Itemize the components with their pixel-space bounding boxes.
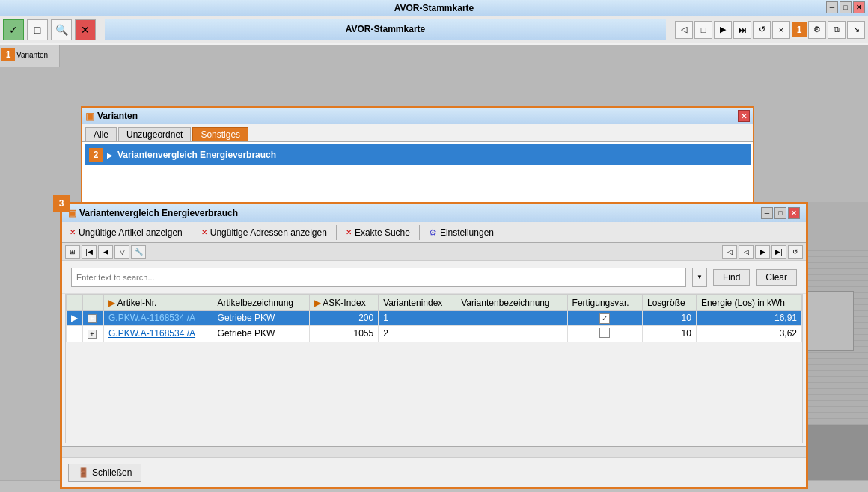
- row2-bezeichnung: Getriebe PKW: [213, 325, 309, 342]
- divider-3: [419, 225, 420, 240]
- page-button[interactable]: □: [27, 19, 48, 40]
- app-title: AVOR-Stammkarte: [394, 3, 474, 13]
- nav-first-btn[interactable]: |◀: [82, 245, 97, 259]
- comp-bottom: 🚪 Schließen: [62, 457, 806, 487]
- col-losgroesse[interactable]: Losgröße: [643, 295, 697, 311]
- comp-close-btn[interactable]: ✕: [788, 207, 800, 219]
- find-button[interactable]: Find: [713, 269, 750, 286]
- step-badge-varianten: 1: [1, 48, 15, 61]
- selected-varianten-row: 2 ▶ Variantenvergleich Energieverbrauch: [85, 144, 751, 165]
- clear-button[interactable]: Clear: [756, 269, 797, 286]
- nav-prev-btn[interactable]: ◁: [675, 21, 693, 39]
- nav-toolbar: ⊞ |◀ ◀ ▽ 🔧 ◁ ◁ ▶ ▶| ↺: [62, 243, 806, 261]
- divider-2: [336, 225, 337, 240]
- comparison-window: 3 ▣ Variantenvergleich Energieverbrauch …: [60, 202, 808, 489]
- maximize-btn[interactable]: □: [840, 1, 852, 13]
- row2-energie: 3,62: [696, 325, 801, 342]
- settings-btn[interactable]: ⚙: [808, 21, 826, 39]
- nav-page-btn[interactable]: □: [694, 21, 712, 39]
- row1-expand[interactable]: +: [83, 311, 104, 326]
- comp-maximize-btn[interactable]: □: [774, 207, 786, 219]
- search-dropdown[interactable]: ▼: [692, 268, 707, 287]
- nav-tools-btn[interactable]: 🔧: [131, 245, 146, 259]
- copy-btn[interactable]: ⧉: [828, 21, 846, 39]
- table-row[interactable]: ▶ + G.PKW.A-1168534 /A Getriebe PKW 200 …: [67, 311, 802, 326]
- main-window-title: AVOR-Stammkarte: [346, 24, 425, 34]
- col-energie[interactable]: Energie (Los) in kWh: [696, 295, 801, 311]
- divider-1: [192, 225, 192, 240]
- row2-expand[interactable]: +: [83, 325, 104, 342]
- nav-play2[interactable]: ▶: [755, 245, 770, 259]
- search-row: ▼ Find Clear: [62, 261, 806, 294]
- nav-grid-btn[interactable]: ⊞: [65, 245, 80, 259]
- search-button[interactable]: 🔍: [51, 19, 72, 40]
- row1-arrow: ▶: [67, 311, 83, 326]
- varianten-tabs: Alle Unzugeordnet Sonstiges: [82, 124, 753, 142]
- col-varianten-index[interactable]: Variantenindex: [379, 295, 456, 311]
- nav-refresh-btn[interactable]: ↺: [753, 21, 771, 39]
- col-artikel-nr[interactable]: ▶ Artikel-Nr.: [104, 295, 213, 311]
- col-ask-index[interactable]: ▶ ASK-Index: [309, 295, 379, 311]
- step-badge-3: 3: [53, 195, 70, 212]
- close-btn[interactable]: ✕: [853, 1, 865, 13]
- check-button[interactable]: ✓: [3, 19, 24, 40]
- data-table-container[interactable]: ▶ Artikel-Nr. Artikelbezeichnung ▶ ASK-I…: [65, 294, 803, 443]
- row2-varindex: 2: [379, 325, 456, 342]
- tab-unzugeordnet[interactable]: Unzugeordnet: [118, 127, 191, 141]
- col-fertigungsvar[interactable]: Fertigungsvar.: [567, 295, 642, 311]
- background-area: 1 Varianten ▣ Varianten ✕ Alle Unzugeord…: [0, 45, 868, 492]
- table-row[interactable]: + G.PKW.A-1168534 /A Getriebe PKW 1055 2: [67, 325, 802, 342]
- nav-close-btn[interactable]: ×: [772, 21, 790, 39]
- x-icon-3: ✕: [346, 228, 352, 236]
- comparison-titlebar: ▣ Variantenvergleich Energieverbrauch ─ …: [62, 204, 806, 222]
- col-expand2: [83, 295, 104, 311]
- data-table: ▶ Artikel-Nr. Artikelbezeichnung ▶ ASK-I…: [66, 295, 802, 342]
- gear-icon: ⚙: [429, 227, 437, 238]
- close-schliessen-btn[interactable]: 🚪 Schließen: [68, 464, 141, 482]
- nav-end-btn[interactable]: ⏭: [733, 21, 751, 39]
- comp-minimize-btn[interactable]: ─: [761, 207, 773, 219]
- nav-r1[interactable]: ◁: [722, 245, 737, 259]
- nav-r2[interactable]: ◁: [739, 245, 754, 259]
- row-badge: 2: [89, 148, 103, 162]
- checkbox-unchecked-2[interactable]: [599, 328, 610, 338]
- comparison-title: Variantenvergleich Energieverbrauch: [79, 208, 238, 218]
- tool-invalid-addresses[interactable]: ✕ Ungültige Adressen anzeigen: [197, 226, 331, 239]
- comp-toolbar: ✕ Ungültige Artikel anzeigen ✕ Ungültige…: [62, 222, 806, 243]
- varianten-tab-label: Varianten: [16, 51, 48, 59]
- arrow-btn[interactable]: ↘: [847, 21, 865, 39]
- row2-artikel-nr[interactable]: G.PKW.A-1168534 /A: [104, 325, 213, 342]
- col-varianten-bezeichnung[interactable]: Variantenbezeichnung: [456, 295, 567, 311]
- h-scrollbar[interactable]: [62, 446, 806, 457]
- nav-end2[interactable]: ▶|: [771, 245, 786, 259]
- tool-exact-search[interactable]: ✕ Exakte Suche: [341, 226, 415, 239]
- popup-icon: ▣: [85, 111, 94, 122]
- icon-row: ⊞ |◀ ◀ ▽ 🔧: [65, 245, 146, 259]
- cancel-button[interactable]: ✕: [75, 19, 96, 40]
- varianten-title: Varianten: [97, 111, 138, 121]
- minimize-btn[interactable]: ─: [826, 1, 838, 13]
- tool-settings[interactable]: ⚙ Einstellungen: [424, 226, 498, 239]
- row1-artikel-nr[interactable]: G.PKW.A-1168534 /A: [104, 311, 213, 326]
- row2-losgroesse: 10: [643, 325, 697, 342]
- door-icon: 🚪: [78, 467, 89, 478]
- nav-play-btn[interactable]: ▶: [714, 21, 732, 39]
- varianten-close-btn[interactable]: ✕: [738, 110, 750, 122]
- tool-invalid-articles[interactable]: ✕ Ungültige Artikel anzeigen: [65, 226, 187, 239]
- nav-prev-btn2[interactable]: ◀: [98, 245, 113, 259]
- row2-arrow: [67, 325, 83, 342]
- row1-varindex: 1: [379, 311, 456, 326]
- row1-energie: 16,91: [696, 311, 801, 326]
- tab-sonstiges[interactable]: Sonstiges: [192, 127, 248, 141]
- col-bezeichnung[interactable]: Artikelbezeichnung: [213, 295, 309, 311]
- expand-arrow: ▶: [107, 151, 113, 159]
- nav-filter-btn[interactable]: ▽: [114, 245, 129, 259]
- row1-ask: 200: [309, 311, 379, 326]
- toolbar-right: ◁ □ ▶ ⏭ ↺ × 1 ⚙ ⧉ ↘: [675, 21, 865, 39]
- nav-refresh2[interactable]: ↺: [788, 245, 803, 259]
- checkbox-checked-1[interactable]: [599, 313, 610, 324]
- tab-alle[interactable]: Alle: [85, 127, 117, 141]
- search-input[interactable]: [71, 268, 686, 287]
- left-tab-strip: 1 Varianten: [0, 45, 60, 67]
- selected-item-label: Variantenvergleich Energieverbrauch: [117, 150, 276, 160]
